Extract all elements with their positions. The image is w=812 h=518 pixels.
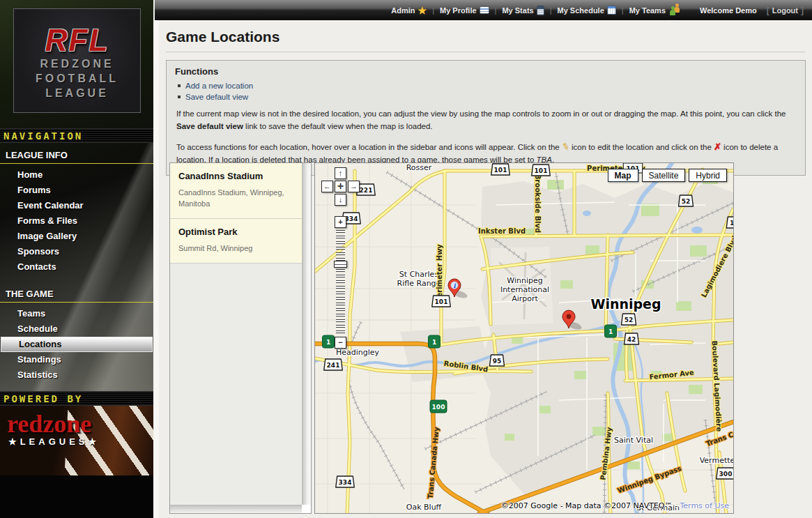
pan-up-button[interactable]: ↑ [335,167,346,179]
map-area-label: Winnipeg [507,276,542,285]
map-town-label: Saint Vital [614,436,653,445]
terms-of-use-link[interactable]: Terms of Use [680,501,729,510]
locations-horizontal-scrollbar[interactable] [170,505,302,513]
calendar-icon [607,6,616,15]
sidebar-item-event-calendar[interactable]: Event Calendar [0,198,153,213]
sidebar-item-image-gallery[interactable]: Image Gallery [0,229,153,244]
sidebar-item-sponsors[interactable]: Sponsors [0,244,153,259]
locations-vertical-scrollbar[interactable] [302,163,311,505]
zoom-out-button[interactable]: − [335,337,346,349]
delete-x-icon: ✗ [714,140,721,154]
map-city-label: Winnipeg [590,296,661,312]
pan-right-button[interactable]: → [348,181,360,192]
svg-text:42: 42 [627,336,636,343]
section-title-the-game: THE GAME [0,282,153,303]
the-game-nav: Teams Schedule Locations Standings Stati… [0,306,153,383]
map-town-label: Vermette [700,456,733,465]
sidebar-item-forms-files[interactable]: Forms & Files [0,213,153,229]
sidebar-item-contacts[interactable]: Contacts [0,259,153,275]
redzone-leagues-logo: redzone ★LEAGUES★ [0,406,153,475]
para1-post: link to save the default view when the m… [243,122,433,130]
highway-shield: 1 [726,217,733,228]
logout-bracket-left: [ [767,6,769,15]
add-location-link[interactable]: Add a new location [185,82,253,90]
map-town-label: Headingley [336,348,380,357]
map-viewport[interactable]: RosserHeadingleyOak BluffSaint VitalVerm… [314,162,734,514]
my-stats-link[interactable]: My Stats [502,6,544,15]
my-profile-link[interactable]: My Profile [440,6,489,15]
logout-button[interactable]: Logout [772,6,798,15]
highway-shield: 52 [679,195,694,206]
svg-text:241: 241 [327,362,340,369]
para2-mid: icon to edit the location and click on t… [569,143,714,151]
map-type-switcher: Map Satellite Hybrid [608,169,727,182]
sidebar-item-standings[interactable]: Standings [0,352,153,367]
sidebar-item-schedule[interactable]: Schedule [0,321,153,337]
svg-text:1: 1 [730,220,733,227]
highway-shield: 1 [429,335,441,348]
map-type-map-button[interactable]: Map [608,169,638,182]
svg-text:52: 52 [625,317,634,323]
zoom-slider-handle[interactable] [334,261,347,268]
pan-left-button[interactable]: ← [321,181,333,192]
sidebar-item-teams[interactable]: Teams [0,306,153,321]
para2-pre: To access functions for each location, h… [176,143,562,151]
map-road-label: Perimeter Hwy [436,244,443,303]
main-content: Game Locations Functions Add a new locat… [159,20,812,518]
league-logo-line1: REDZONE [14,56,140,71]
map-road-label: Inkster Blvd [478,227,526,235]
para1-bold: Save default view [176,122,243,130]
my-schedule-label: My Schedule [558,6,604,15]
topbar-separator: | [622,6,624,15]
svg-text:52: 52 [682,198,691,205]
functions-box: Functions Add a new location Save defaul… [166,60,806,176]
location-card-canadinns[interactable]: CanadInns Stadium CanadInns Stadium, Win… [170,163,302,219]
league-logo-line2: FOOTBALL [14,71,140,86]
zoom-slider-track[interactable] [336,230,345,335]
my-schedule-link[interactable]: My Schedule [558,6,616,15]
sidebar-item-locations[interactable]: Locations [1,337,153,352]
sidebar-item-home[interactable]: Home [0,167,153,183]
page-title: Game Locations [166,29,805,45]
sidebar-item-forums[interactable]: Forums [0,183,153,198]
map-road-label: Brookside Blvd [534,174,542,233]
svg-text:221: 221 [360,187,373,194]
svg-text:300: 300 [719,471,733,478]
map-type-hybrid-button[interactable]: Hybrid [689,169,727,182]
highway-shield: 101 [491,164,510,175]
location-name: CanadInns Stadium [178,171,293,181]
functions-links: Add a new location Save default view [175,82,797,101]
map-type-satellite-button[interactable]: Satellite [642,169,686,182]
highway-shield: 1 [605,325,617,337]
location-address: Summit Rd, Winnipeg [178,243,293,254]
my-teams-label: My Teams [629,6,666,15]
para1-pre: If the current map view is not in the de… [176,109,786,118]
topbar-separator: | [432,6,434,15]
my-teams-link[interactable]: My Teams [629,6,680,15]
navigation-band: NAVIGATION [0,128,153,143]
map-area-label: International [500,285,549,294]
highway-shield: 101 [532,165,551,176]
locations-list-panel: CanadInns Stadium CanadInns Stadium, Win… [169,162,312,514]
zoom-in-button[interactable]: + [335,216,346,228]
league-logo: RFL REDZONE FOOTBALL LEAGUE [13,8,141,113]
functions-paragraph-1: If the current map view is not in the de… [176,108,795,133]
svg-text:101: 101 [435,298,448,305]
pan-down-button[interactable]: ↓ [335,194,346,206]
my-profile-label: My Profile [440,6,477,15]
highway-shield: 241 [324,359,343,370]
pan-center-button[interactable]: ✛ [335,181,346,192]
svg-text:95: 95 [493,358,502,365]
highway-shield: 95 [490,355,505,366]
topbar-separator: | [550,6,552,15]
admin-link[interactable]: Admin ★ [391,6,427,15]
functions-link-item: Add a new location [178,82,797,90]
location-card-optimist-park[interactable]: Optimist Park Summit Rd, Winnipeg [170,219,302,264]
location-name: Optimist Park [178,227,293,237]
sidebar-item-statistics[interactable]: Statistics [0,367,153,383]
svg-text:334: 334 [345,215,358,222]
people-icon [668,6,680,15]
svg-text:101: 101 [494,167,507,174]
edit-pencil-icon: ✎ [560,139,572,155]
save-default-view-link[interactable]: Save default view [185,93,248,101]
